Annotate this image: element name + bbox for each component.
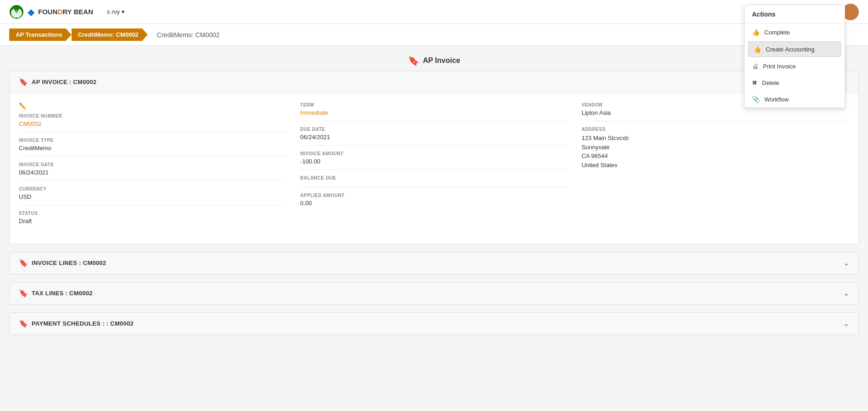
ap-invoice-card: 🔖 AP INVOICE : CM0002 ✏️ INVOICE NUMBER … bbox=[9, 71, 859, 244]
header: ◆ FOUNDRY BEAN s roy ▾ Men... bbox=[0, 0, 868, 24]
brand-name: FOUNDRY BEAN bbox=[38, 8, 93, 16]
address-value: 123 Main Stcvcxb Sunnyvale CA 96544 Unit… bbox=[582, 134, 849, 169]
address-line2: Sunnyvale bbox=[582, 144, 610, 151]
invoice-type-label: INVOICE TYPE bbox=[19, 138, 286, 143]
invoice-lines-icon: 🔖 bbox=[19, 259, 28, 267]
address-label: ADDRESS bbox=[582, 127, 849, 132]
due-date-field: DUE DATE 06/24/2021 bbox=[300, 127, 568, 146]
address-line1: 123 Main Stcvcxb bbox=[582, 135, 629, 141]
invoice-amount-label: INVOICE AMOUNT bbox=[300, 151, 568, 156]
tax-lines-title: TAX LINES : CM0002 bbox=[32, 290, 93, 297]
currency-label: CURRENCY bbox=[19, 186, 286, 191]
edit-pencil-row: ✏️ bbox=[19, 102, 286, 110]
action-workflow[interactable]: 📎 Workflow bbox=[745, 91, 845, 107]
payment-schedules-card: 🔖 PAYMENT SCHEDULES : : CM0002 ⌄ bbox=[9, 312, 859, 335]
status-value: Draft bbox=[19, 218, 286, 225]
ap-invoice-icon: 🔖 bbox=[408, 55, 419, 66]
balance-due-field: BALANCE DUE bbox=[300, 175, 568, 187]
col3: VENDOR Lipton Asia ADDRESS 123 Main Stcv… bbox=[582, 102, 849, 235]
due-date-value: 06/24/2021 bbox=[300, 134, 568, 141]
col2: TERM Immediate DUE DATE 06/24/2021 INVOI… bbox=[300, 102, 568, 235]
edit-pencil-icon[interactable]: ✏️ bbox=[19, 102, 27, 110]
tax-lines-collapse-icon[interactable]: ⌄ bbox=[843, 289, 849, 298]
breadcrumb-creditmemo[interactable]: CreditMemo: CM0002 bbox=[72, 28, 148, 41]
breadcrumb-current: CreditMemo: CM0002 bbox=[157, 31, 220, 39]
breadcrumb: AP Transactions CreditMemo: CM0002 Credi… bbox=[0, 24, 868, 46]
action-workflow-label: Workflow bbox=[764, 96, 789, 103]
invoice-amount-field: INVOICE AMOUNT -100.00 bbox=[300, 151, 568, 170]
applied-amount-label: APPLIED AMOUNT bbox=[300, 193, 568, 198]
xbox-icon bbox=[9, 5, 24, 19]
vendor-value: Lipton Asia bbox=[582, 109, 849, 116]
breadcrumb-ap-transactions[interactable]: AP Transactions bbox=[9, 28, 72, 41]
invoice-number-value[interactable]: CM0002 bbox=[19, 120, 286, 127]
ap-invoice-header: 🔖 AP INVOICE : CM0002 bbox=[10, 71, 858, 93]
balance-due-label: BALANCE DUE bbox=[300, 175, 568, 180]
action-delete[interactable]: ✖ Delete bbox=[745, 74, 845, 91]
status-field: STATUS Draft bbox=[19, 211, 286, 229]
currency-field: CURRENCY USD bbox=[19, 186, 286, 205]
action-print-invoice-label: Print Invoice bbox=[763, 63, 796, 70]
invoice-number-label: INVOICE NUMBER bbox=[19, 113, 286, 118]
payment-schedules-icon: 🔖 bbox=[19, 319, 28, 328]
applied-amount-value: 0.00 bbox=[300, 200, 568, 207]
applied-amount-field: APPLIED AMOUNT 0.00 bbox=[300, 193, 568, 211]
invoice-type-value: CreditMemo bbox=[19, 145, 286, 152]
workflow-icon: 📎 bbox=[752, 96, 760, 103]
due-date-label: DUE DATE bbox=[300, 127, 568, 132]
address-line4: United States bbox=[582, 162, 618, 169]
ap-invoice-title: AP INVOICE : CM0002 bbox=[32, 79, 96, 85]
page-title: AP Invoice bbox=[423, 56, 461, 65]
action-create-accounting[interactable]: 👍 Create Accounting bbox=[748, 41, 841, 57]
invoice-date-label: INVOICE DATE bbox=[19, 162, 286, 167]
invoice-lines-header[interactable]: 🔖 INVOICE LINES : CM0002 ⌄ bbox=[10, 252, 858, 274]
status-label: STATUS bbox=[19, 211, 286, 216]
invoice-amount-value: -100.00 bbox=[300, 158, 568, 165]
delete-icon: ✖ bbox=[752, 79, 757, 86]
payment-schedules-title: PAYMENT SCHEDULES : : CM0002 bbox=[32, 320, 134, 327]
term-label: TERM bbox=[300, 102, 568, 107]
invoice-number-field: INVOICE NUMBER CM0002 bbox=[19, 113, 286, 132]
user-section: s roy ▾ bbox=[107, 8, 125, 15]
main-content: 🔖 AP INVOICE : CM0002 ✏️ INVOICE NUMBER … bbox=[0, 71, 868, 352]
action-delete-label: Delete bbox=[762, 79, 779, 86]
action-complete[interactable]: 👍 Complete bbox=[745, 24, 845, 40]
invoice-lines-card: 🔖 INVOICE LINES : CM0002 ⌄ bbox=[9, 252, 859, 275]
payment-schedules-collapse-icon[interactable]: ⌄ bbox=[843, 319, 849, 328]
action-print-invoice[interactable]: 🖨 Print Invoice bbox=[745, 58, 845, 74]
tax-lines-card: 🔖 TAX LINES : CM0002 ⌄ bbox=[9, 282, 859, 305]
user-dropdown[interactable]: ▾ bbox=[122, 8, 125, 15]
term-field: TERM Immediate bbox=[300, 102, 568, 121]
ap-invoice-section-icon: 🔖 bbox=[19, 78, 28, 86]
diamond-icon: ◆ bbox=[28, 6, 34, 17]
logo: ◆ FOUNDRY BEAN bbox=[9, 5, 93, 19]
action-complete-label: Complete bbox=[764, 29, 790, 36]
invoice-date-value: 06/24/2021 bbox=[19, 169, 286, 176]
currency-value: USD bbox=[19, 193, 286, 200]
address-line3: CA 96544 bbox=[582, 152, 608, 159]
invoice-date-field: INVOICE DATE 06/24/2021 bbox=[19, 162, 286, 181]
invoice-type-field: INVOICE TYPE CreditMemo bbox=[19, 138, 286, 157]
invoice-lines-title: INVOICE LINES : CM0002 bbox=[32, 259, 106, 266]
col1: ✏️ INVOICE NUMBER CM0002 INVOICE TYPE Cr… bbox=[19, 102, 286, 235]
address-field: ADDRESS 123 Main Stcvcxb Sunnyvale CA 96… bbox=[582, 127, 849, 174]
print-invoice-icon: 🖨 bbox=[752, 62, 758, 70]
details-grid: ✏️ INVOICE NUMBER CM0002 INVOICE TYPE Cr… bbox=[19, 102, 849, 235]
invoice-lines-collapse-icon[interactable]: ⌄ bbox=[843, 259, 849, 267]
tax-lines-icon: 🔖 bbox=[19, 289, 28, 298]
complete-icon: 👍 bbox=[752, 28, 760, 36]
payment-schedules-header[interactable]: 🔖 PAYMENT SCHEDULES : : CM0002 ⌄ bbox=[10, 313, 858, 335]
actions-title: Actions bbox=[745, 5, 845, 24]
username: s roy bbox=[107, 8, 120, 15]
term-value: Immediate bbox=[300, 109, 568, 116]
create-accounting-icon: 👍 bbox=[753, 45, 761, 53]
invoice-details: ✏️ INVOICE NUMBER CM0002 INVOICE TYPE Cr… bbox=[10, 93, 858, 244]
action-create-accounting-label: Create Accounting bbox=[766, 46, 814, 53]
actions-dropdown: Actions 👍 Complete 👍 Create Accounting 🖨… bbox=[744, 5, 845, 108]
tax-lines-header[interactable]: 🔖 TAX LINES : CM0002 ⌄ bbox=[10, 282, 858, 304]
page-title-area: 🔖 AP Invoice bbox=[0, 46, 868, 71]
